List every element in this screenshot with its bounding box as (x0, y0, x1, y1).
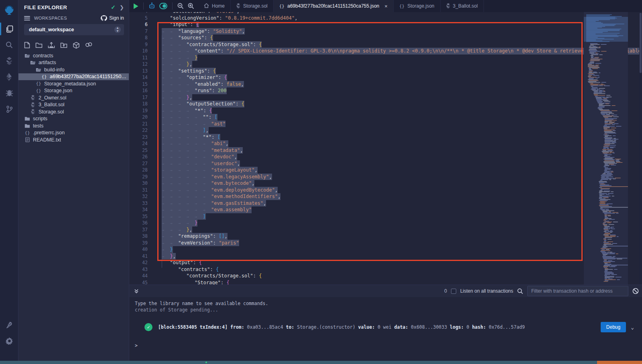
tab-close-icon[interactable]: × (384, 3, 388, 9)
clear-console-icon[interactable] (632, 288, 639, 294)
upload-folder-icon[interactable] (60, 42, 67, 48)
tab-3-ballot-sol[interactable]: 3_Ballot.sol (441, 0, 484, 12)
transaction-log-row[interactable]: ✓ [block:5583405 txIndex:4] from: 0xa03.… (135, 322, 642, 332)
code-line[interactable]: 44 "contracts/Storage.sol": { (129, 273, 642, 279)
tree-item-storage-json[interactable]: {}Storage.json (18, 87, 129, 95)
tree-item--prettierrc-json[interactable]: {}.prettierrc.json (18, 129, 129, 137)
tree-item-label: scripts (33, 116, 47, 121)
tree-item-readme-txt[interactable]: README.txt (18, 136, 129, 144)
code-line[interactable]: 41→}, (129, 253, 642, 260)
ai-assistant-icon[interactable] (148, 3, 155, 10)
code-line[interactable]: 16→→→→"runs": 200 (129, 87, 642, 94)
panel-chevron-right-icon[interactable]: ❯ (120, 4, 124, 10)
workspaces-menu-icon[interactable] (24, 16, 30, 20)
sidebar-item-search[interactable] (0, 37, 18, 53)
tx-expand-chevron-icon[interactable]: ⌄ (631, 324, 634, 330)
zoom-out-icon[interactable] (177, 3, 184, 9)
editor-scrollbar[interactable] (639, 12, 642, 285)
code-line[interactable]: 13→→"settings": { (129, 68, 642, 75)
code-line[interactable]: 32→→→→→→"evm.methodIdentifiers", (129, 193, 642, 200)
code-line[interactable]: 33→→→→→→"evm.gasEstimates", (129, 200, 642, 207)
code-line[interactable]: 9→→→"contracts/Storage.sol": { (129, 41, 642, 48)
code-line[interactable]: 15→→→→"enabled": false, (129, 81, 642, 88)
code-line[interactable]: 8→→"sources": { (129, 34, 642, 41)
code-line[interactable]: 12→→→}, (129, 61, 642, 68)
tree-item-scripts[interactable]: scripts (18, 115, 129, 123)
tab-a69b43f277ba20fcac141151250ca755-json[interactable]: {}a69b43f277ba20fcac141151250ca755.json× (274, 0, 394, 12)
tree-item-a69b43f277ba20fcac141151250ca7-[interactable]: {}a69b43f277ba20fcac141151250ca7... (18, 73, 129, 81)
minimap-viewport[interactable] (584, 17, 628, 42)
code-line[interactable]: 18→→→"outputSelection": { (129, 101, 642, 107)
sidebar-item-git[interactable] (0, 101, 18, 117)
tab-storage-json[interactable]: {}Storage.json (394, 0, 441, 12)
code-line[interactable]: 17→→→}, (129, 94, 642, 101)
tree-item-build-info[interactable]: build-info (18, 66, 129, 73)
code-line[interactable]: 42 "output": { (129, 259, 642, 266)
code-line[interactable]: 40→} (129, 246, 642, 253)
code-line[interactable]: 29→→→→→→"evm.legacyAssembly", (129, 174, 642, 180)
code-line[interactable]: 7→→"language": "Solidity", (129, 28, 642, 35)
code-line[interactable]: 6 "input": { (129, 21, 642, 28)
code-line[interactable]: 11→→→→} (129, 55, 642, 61)
code-line[interactable]: 39→→"evmVersion": "paris" (129, 240, 642, 247)
tree-item-artifacts[interactable]: artifacts (18, 59, 129, 67)
sidebar-item-plugin-manager[interactable] (0, 317, 18, 333)
code-line[interactable]: 27→→→→→→"userdoc", (129, 160, 642, 167)
tree-item-3-ballot-sol[interactable]: 3_Ballot.sol (18, 101, 129, 109)
code-line[interactable]: 19→→→→"*": { (129, 107, 642, 114)
tab-home[interactable]: Home (198, 0, 231, 12)
tree-item-storage-metadata-json[interactable]: {}Storage_metadata.json (18, 80, 129, 87)
ai-toggle-icon[interactable] (159, 3, 167, 9)
code-line[interactable]: 34→→→→→→"evm.assembly" (129, 206, 642, 213)
code-line[interactable]: 35→→→→→] (129, 213, 642, 220)
code-line[interactable]: 21→→→→→→"ast" (129, 121, 642, 127)
code-line[interactable]: 20→→→→→"": [ (129, 114, 642, 121)
tab-storage-sol[interactable]: Storage.sol (231, 0, 274, 12)
code-editor[interactable]: 4 "solcVersion": "0.8.19",5 "solcLongVer… (129, 12, 642, 285)
transaction-filter-input[interactable] (527, 286, 628, 296)
terminal-collapse-icon[interactable] (134, 289, 139, 293)
link-icon[interactable] (85, 42, 93, 48)
sign-in-button[interactable]: Sign in (101, 15, 124, 21)
sidebar-item-settings[interactable] (0, 333, 18, 349)
workspace-select[interactable]: default_workspace ▲▼ (24, 24, 124, 35)
code-line[interactable]: 24→→→→→→"abi", (129, 140, 642, 147)
code-line[interactable]: 26→→→→→→"devdoc", (129, 154, 642, 160)
listen-all-checkbox[interactable] (451, 289, 456, 294)
sidebar-item-file-explorer[interactable] (0, 21, 18, 37)
code-line[interactable]: 5 "solcLongVersion": "0.8.19+commit.7dd6… (129, 15, 642, 22)
code-token: , (189, 95, 192, 100)
sidebar-item-deploy-run[interactable] (0, 69, 18, 85)
terminal-prompt[interactable]: > (135, 343, 642, 348)
new-file-icon[interactable] (24, 42, 30, 49)
tab-whitespace: → (178, 180, 187, 187)
code-line[interactable]: 31→→→→→→"evm.deployedBytecode", (129, 187, 642, 194)
code-line[interactable]: 36→→→→} (129, 220, 642, 226)
minimap[interactable] (584, 12, 628, 285)
code-line[interactable]: 14→→→"optimizer": { (129, 74, 642, 81)
code-line[interactable]: 10→→→→"content": "// SPDX-License-Identi… (129, 48, 642, 55)
sidebar-item-solidity-compiler[interactable] (0, 53, 18, 69)
code-line[interactable]: 37→→→}, (129, 226, 642, 233)
new-folder-icon[interactable] (35, 42, 43, 48)
sidebar-item-debugger[interactable] (0, 85, 18, 101)
run-script-button[interactable] (133, 3, 138, 9)
code-line[interactable]: 45 "Storage": { (129, 279, 642, 285)
code-line[interactable]: 30→→→→→→"evm.bytecode", (129, 180, 642, 187)
terminal-search-icon[interactable] (517, 288, 523, 294)
zoom-in-icon[interactable] (188, 3, 194, 9)
debug-button[interactable]: Debug (601, 322, 626, 332)
cube-icon[interactable] (73, 42, 80, 49)
code-line[interactable]: 43 "contracts": { (129, 266, 642, 273)
tree-item-storage-sol[interactable]: Storage.sol (18, 108, 129, 115)
tree-item-tests[interactable]: tests (18, 122, 129, 129)
code-line[interactable]: 28→→→→→→"storageLayout", (129, 167, 642, 174)
code-line[interactable]: 38→→"remappings": [], (129, 233, 642, 240)
remix-logo[interactable] (0, 0, 18, 21)
code-line[interactable]: 22→→→→→], (129, 127, 642, 134)
code-line[interactable]: 23→→→→→"*": [ (129, 134, 642, 141)
tree-item-contracts[interactable]: contracts (18, 52, 129, 59)
upload-file-icon[interactable] (48, 42, 55, 49)
code-line[interactable]: 25→→→→→→"metadata", (129, 147, 642, 154)
tree-item-2-owner-sol[interactable]: 2_Owner.sol (18, 94, 129, 101)
